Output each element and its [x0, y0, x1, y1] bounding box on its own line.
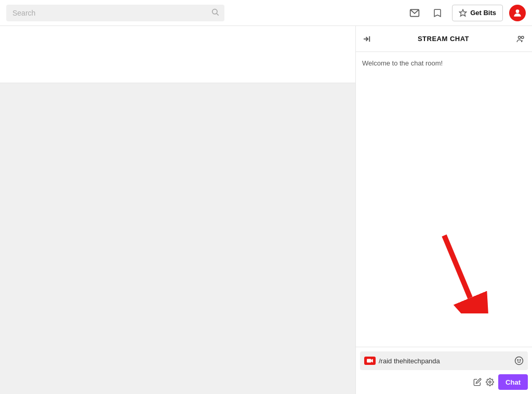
svg-point-8 [521, 36, 524, 38]
search-container [6, 5, 224, 21]
chat-panel: STREAM CHAT Welcome to the chat room! [355, 26, 532, 394]
avatar[interactable] [509, 5, 526, 21]
chat-users-button[interactable] [515, 34, 526, 44]
svg-point-14 [520, 360, 521, 361]
chat-text-input[interactable] [379, 357, 511, 365]
svg-point-7 [518, 36, 521, 38]
video-area [0, 26, 355, 83]
left-panel [0, 26, 355, 394]
mail-button[interactable] [406, 5, 423, 21]
chat-send-button[interactable]: Chat [498, 374, 528, 390]
content-area [0, 83, 355, 394]
svg-line-10 [444, 235, 470, 298]
welcome-message: Welcome to the chat room! [362, 59, 443, 67]
search-icon [211, 8, 219, 18]
bookmark-button[interactable] [429, 5, 446, 21]
svg-point-15 [489, 381, 491, 383]
nav-right: Get Bits [406, 5, 526, 21]
get-bits-button[interactable]: Get Bits [452, 5, 503, 21]
chat-messages: Welcome to the chat room! [356, 52, 532, 347]
svg-line-1 [217, 14, 219, 16]
collapse-chat-button[interactable] [362, 34, 371, 44]
chat-header: STREAM CHAT [356, 26, 532, 52]
svg-rect-11 [367, 359, 371, 363]
main-layout: STREAM CHAT Welcome to the chat room! [0, 26, 532, 394]
chat-header-title: STREAM CHAT [418, 35, 469, 43]
pencil-button[interactable] [473, 378, 482, 386]
svg-point-0 [212, 9, 217, 14]
top-navigation: Get Bits [0, 0, 532, 26]
chat-actions-row: Chat [360, 374, 528, 390]
settings-button[interactable] [486, 378, 494, 386]
chat-input-area: Chat [356, 347, 532, 394]
search-input[interactable] [6, 5, 224, 21]
svg-point-13 [517, 360, 518, 361]
svg-point-12 [515, 357, 523, 365]
emoji-button[interactable] [514, 356, 524, 365]
get-bits-label: Get Bits [470, 9, 496, 17]
svg-point-4 [516, 9, 520, 13]
chat-input-row [360, 351, 528, 370]
svg-marker-3 [459, 9, 466, 16]
arrow-annotation [429, 230, 496, 316]
raid-icon [364, 357, 376, 365]
